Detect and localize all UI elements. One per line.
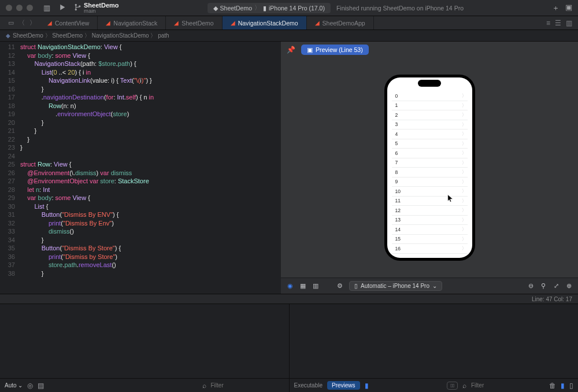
tab-sheetdemo[interactable]: ◢SheetDemo — [166, 16, 222, 29]
trash-icon[interactable]: 🗑 — [549, 382, 556, 390]
list-item[interactable]: 15〉 — [392, 235, 468, 245]
code-content[interactable]: struct NavigationStackDemo: View { — [20, 43, 121, 51]
code-content[interactable]: var body: some View { — [20, 194, 90, 202]
list-item[interactable]: 8〉 — [392, 168, 468, 177]
variables-scope-picker[interactable]: Auto ⌄ — [5, 382, 23, 389]
variables-filter-input[interactable] — [211, 382, 284, 389]
code-content[interactable]: print("Dismiss by Store") — [20, 253, 117, 261]
code-line[interactable]: 24 — [0, 152, 281, 161]
code-line[interactable]: 16 } — [0, 85, 281, 94]
scheme-selector[interactable]: SheetDemo main — [84, 2, 119, 14]
code-line[interactable]: 38 } — [0, 269, 281, 278]
list-item[interactable]: 0〉 — [392, 91, 468, 101]
library-icon[interactable]: ▣ — [565, 3, 572, 13]
code-line[interactable]: 18 Row(n: n) — [0, 102, 281, 110]
code-line[interactable]: 37 store.path.removeLast() — [0, 261, 281, 269]
code-content[interactable]: dismiss() — [20, 227, 74, 236]
list-item[interactable]: 5〉 — [392, 139, 468, 149]
code-content[interactable]: } — [20, 119, 43, 127]
code-content[interactable]: } — [20, 236, 43, 245]
previews-pill[interactable]: Previews — [327, 381, 360, 390]
code-content[interactable]: NavigationLink(value: i) { Text("\(i)") … — [20, 76, 152, 85]
code-line[interactable]: 30 List { — [0, 202, 281, 211]
live-preview-icon[interactable]: ◉ — [286, 282, 295, 291]
code-content[interactable]: print("Dismiss By Env") — [20, 219, 114, 228]
code-content[interactable]: .environmentObject(store) — [20, 110, 129, 119]
code-line[interactable]: 13 NavigationStack(path: $store.path) { — [0, 60, 281, 68]
preview-selector[interactable]: ▣ Preview (Line 53) — [301, 45, 369, 55]
executable-picker[interactable]: Executable — [294, 382, 323, 389]
device-picker[interactable]: ▯ Automatic – iPhone 14 Pro ⌄ — [349, 281, 442, 291]
code-line[interactable]: 17 .navigationDestination(for: Int.self)… — [0, 93, 281, 102]
variables-body[interactable] — [0, 304, 289, 378]
zoom-window-dot[interactable] — [27, 5, 33, 11]
list-item[interactable]: 4〉 — [392, 130, 468, 139]
console-toggle[interactable]: ⦿⃝ — [447, 382, 458, 390]
list-item[interactable]: 12〉 — [392, 206, 468, 216]
tab-contentview[interactable]: ◢ContentView — [39, 16, 98, 29]
toggle-navigator-icon[interactable]: ▥ — [43, 3, 50, 12]
code-line[interactable]: 11struct NavigationStackDemo: View { — [0, 43, 281, 51]
code-content[interactable]: } — [20, 269, 43, 278]
minimize-window-dot[interactable] — [16, 5, 23, 11]
code-content[interactable]: @EnvironmentObject var store: StackStore — [20, 177, 149, 186]
code-line[interactable]: 26 @Environment(\.dismiss) var dismiss — [0, 169, 281, 177]
eye-icon[interactable]: ◎ — [27, 382, 33, 390]
jump-bar[interactable]: ◆ SheetDemo 〉 SheetDemo 〉 NavigationStac… — [0, 30, 578, 42]
code-line[interactable]: 27 @EnvironmentObject var store: StackSt… — [0, 177, 281, 186]
add-editor-icon[interactable]: ▥ — [566, 19, 572, 27]
device-screen[interactable]: 0〉1〉2〉3〉4〉5〉6〉7〉8〉9〉10〉11〉12〉13〉14〉15〉16… — [387, 77, 472, 258]
selectable-preview-icon[interactable]: ▦ — [298, 282, 307, 291]
code-line[interactable]: 22 } — [0, 135, 281, 144]
quicklook-icon[interactable]: ▤ — [38, 382, 44, 390]
code-line[interactable]: 32 print("Dismiss By Env") — [0, 219, 281, 228]
run-button[interactable] — [58, 3, 66, 12]
code-content[interactable]: } — [20, 143, 23, 152]
list-item[interactable]: 10〉 — [392, 187, 468, 197]
code-content[interactable]: .navigationDestination(for: Int.self) { … — [20, 93, 154, 102]
code-content[interactable]: store.path.removeLast() — [20, 261, 116, 269]
code-line[interactable]: 21 } — [0, 127, 281, 135]
metadata-toggle-icon[interactable]: ▮ — [365, 382, 369, 390]
add-target-icon[interactable]: ＋ — [552, 3, 560, 13]
code-content[interactable]: } — [20, 85, 43, 94]
variants-icon[interactable]: ▥ — [311, 282, 320, 291]
code-line[interactable]: 31 Button("Dismiss By ENV") { — [0, 210, 281, 219]
show-console-icon[interactable]: ▯ — [569, 382, 573, 390]
code-line[interactable]: 35 Button("Dismiss By Store") { — [0, 244, 281, 253]
tab-navigationstackdemo[interactable]: ◢NavigationStackDemo — [223, 16, 307, 29]
tab-sheetdemoapp[interactable]: ◢SheetDemoApp — [307, 16, 374, 29]
code-line[interactable]: 20 } — [0, 119, 281, 127]
code-content[interactable]: NavigationStack(path: $store.path) { — [20, 60, 136, 68]
code-line[interactable]: 19 .environmentObject(store) — [0, 110, 281, 119]
code-line[interactable]: 29 var body: some View { — [0, 194, 281, 202]
code-content[interactable]: } — [20, 127, 36, 135]
code-content[interactable]: Button("Dismiss By Store") { — [20, 244, 121, 253]
list-item[interactable]: 3〉 — [392, 120, 468, 130]
console-body[interactable] — [290, 304, 579, 378]
code-line[interactable]: 25struct Row: View { — [0, 160, 281, 169]
code-content[interactable]: Button("Dismiss By ENV") { — [20, 210, 118, 219]
code-content[interactable]: struct Row: View { — [20, 160, 72, 169]
code-line[interactable]: 15 NavigationLink(value: i) { Text("\(i)… — [0, 76, 281, 85]
code-line[interactable]: 14 List(0 ..< 20) { i in — [0, 68, 281, 77]
code-content[interactable]: let n: Int — [20, 186, 50, 194]
code-line[interactable]: 23} — [0, 143, 281, 152]
preview-canvas[interactable]: 0〉1〉2〉3〉4〉5〉6〉7〉8〉9〉10〉11〉12〉13〉14〉15〉16… — [281, 58, 578, 278]
code-content[interactable]: List(0 ..< 20) { i in — [20, 68, 91, 77]
run-destination-pill[interactable]: ◆ SheetDemo 〉 ▮ iPhone 14 Pro (17.0) — [208, 3, 331, 13]
list-item[interactable]: 14〉 — [392, 225, 468, 235]
pin-preview-icon[interactable]: 📌 — [287, 46, 295, 54]
source-editor[interactable]: 11struct NavigationStackDemo: View {12 v… — [0, 42, 281, 294]
code-line[interactable]: 34 } — [0, 236, 281, 245]
related-items-icon[interactable]: ▭ — [8, 19, 14, 27]
code-line[interactable]: 28 let n: Int — [0, 186, 281, 194]
minimap-icon[interactable]: ≡ — [546, 19, 550, 27]
list-item[interactable]: 2〉 — [392, 110, 468, 120]
adjust-editor-icon[interactable]: ☰ — [555, 19, 561, 27]
list-item[interactable]: 11〉 — [392, 197, 468, 206]
code-content[interactable]: List { — [20, 202, 48, 211]
list-item[interactable]: 13〉 — [392, 216, 468, 225]
list-item[interactable]: 16〉 — [392, 244, 468, 254]
show-variables-icon[interactable]: ▮ — [561, 382, 565, 390]
